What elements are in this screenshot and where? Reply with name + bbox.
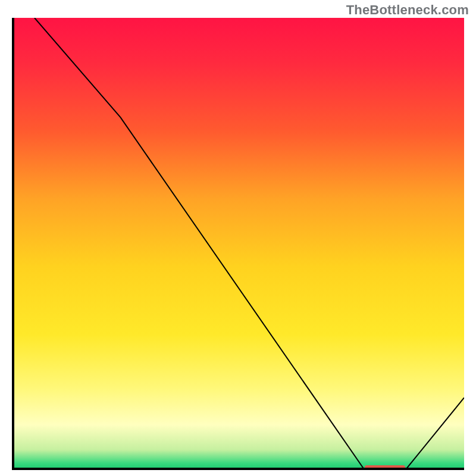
gradient-background: [12, 18, 464, 470]
chart-container: TheBottleneck.com: [0, 0, 476, 476]
attribution-label: TheBottleneck.com: [346, 2, 469, 18]
bottleneck-chart: [12, 18, 464, 470]
plot-area: [12, 18, 464, 470]
